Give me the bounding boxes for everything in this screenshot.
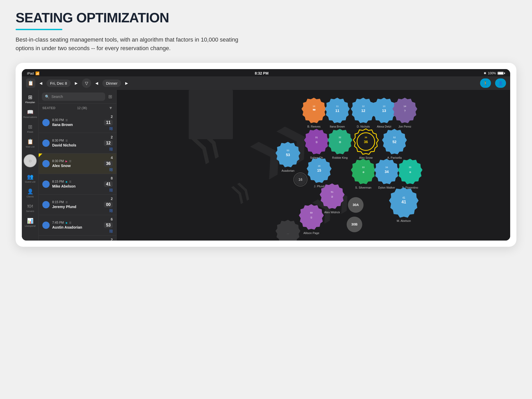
page-title: SEATING OPTIMIZATION	[16, 10, 516, 25]
svg-text:41: 41	[402, 200, 406, 204]
res-party-david: 2	[111, 135, 113, 139]
walk-in-icon: 🚶	[483, 81, 488, 86]
svg-text:41: 41	[402, 196, 405, 199]
floor-plan-svg: ❯❯ ❯❯ 10 🍽 B. Reeves	[117, 90, 510, 241]
svg-text:32: 32	[338, 136, 341, 139]
nav-date-control[interactable]: Fri, Dec 8	[46, 79, 71, 87]
svg-text:①: ①	[310, 216, 312, 219]
nav-meal: Dinner	[106, 81, 117, 85]
res-right-ilana: 2 11 ⛓	[104, 115, 113, 131]
res-time-austin: 7:45 PM	[52, 221, 64, 224]
left-panel: 🔍 Search ⊞ SEATED 12 (36) ▼	[39, 90, 117, 241]
res-right-jeremy: 2 00 ⛓	[104, 197, 113, 213]
fp-table-30a: 30A	[348, 197, 364, 213]
nav-meal-prev-arrow[interactable]: ◀	[94, 81, 99, 85]
sidebar-item-servers[interactable]: 🍽 Servers	[23, 201, 37, 215]
res-item-jeremy-pfund[interactable]: 8:15 PM ☰ Jeremy Pfund 2 00 ⛓	[39, 195, 116, 215]
guestlist-icon: 👥	[27, 174, 34, 180]
svg-text:②: ②	[331, 195, 333, 198]
note-icon-austin: ☰	[69, 221, 71, 224]
nav-logo[interactable]: 📋	[26, 78, 35, 88]
res-table-jeremy: 00	[104, 202, 113, 208]
res-time-david: 8:30 PM	[52, 139, 64, 142]
main-content: ⊞ Floorplan 📖 Reservations ⊞ Flows 📋 Wai…	[22, 90, 510, 241]
res-info-david: 8:30 PM ☰ David Nichols	[52, 139, 101, 148]
fp-table-11: 11 11 Ilana Brown	[325, 98, 350, 128]
tag-icon-austin: ◆	[65, 221, 68, 224]
svg-marker-79	[276, 220, 301, 241]
res-item-ilana-brown[interactable]: 8:30 PM ☰ Ilana Brown 2 11 ⛓	[39, 112, 116, 133]
res-item-joel-montaniel[interactable]: 7:45 PM ☰ Joel Montaniel 2 18 ⛓	[39, 236, 116, 241]
sidebar-item-floorplan[interactable]: ⊞ Floorplan	[23, 92, 37, 106]
battery-percent: 100%	[488, 71, 496, 75]
nav-prev-arrow[interactable]: ◀	[38, 81, 43, 85]
fp-table-13: 13 13 Alexa Detzi	[372, 98, 397, 128]
svg-text:33: 33	[362, 166, 364, 169]
status-time: 8:32 PM	[255, 71, 269, 75]
res-dot-ilana	[42, 119, 50, 126]
search-icon: 🔍	[45, 95, 49, 99]
sidebar-label-clients: Clients	[26, 195, 34, 198]
fp-table-30b: 30B	[347, 217, 362, 232]
sidebar-item-livespend[interactable]: 📊 Livespend	[23, 216, 37, 229]
fp-table-36: 36 36 Alex Snow	[354, 129, 378, 159]
res-item-alex-snow[interactable]: 8:30 PM ▶ ☰ Alex Snow 4 36 ⛓	[39, 154, 116, 174]
filter-icon-btn[interactable]: ⊞	[107, 93, 113, 101]
nav-meal-next-arrow[interactable]: ▶	[124, 81, 129, 85]
status-right: ✱ 100%	[484, 71, 505, 75]
battery-tip	[504, 72, 505, 74]
sidebar-item-clients[interactable]: 👤 Clients	[23, 186, 37, 200]
svg-text:15: 15	[317, 168, 321, 172]
res-right-austin: 6 53 ⛓	[104, 217, 113, 233]
sidebar-item-guestlist[interactable]: 👥 Guest List	[23, 171, 37, 185]
svg-text:⊕: ⊕	[409, 171, 411, 174]
res-item-david-nichols[interactable]: 8:30 PM ☰ David Nichols 2 12 ⛓	[39, 133, 116, 154]
link-icon-mike: ⛓	[109, 188, 113, 192]
fp-table-16: 16	[294, 173, 307, 186]
guest-btn[interactable]: 👤	[495, 78, 506, 88]
search-placeholder: Search	[51, 95, 63, 99]
svg-text:...: ...	[287, 231, 289, 235]
seated-section-header[interactable]: SEATED 12 (36) ▼	[39, 104, 116, 112]
fp-table-33: 33 ⊕ S. Silverman	[351, 159, 376, 189]
waitlist-icon: 📋	[27, 138, 34, 145]
guest-icon: 👤	[498, 81, 503, 86]
res-time-mike: 8:15 PM	[52, 180, 64, 183]
search-input-container[interactable]: 🔍 Search	[42, 92, 105, 101]
battery-body	[497, 72, 504, 75]
res-right-mike: 8 41 ⛓	[104, 176, 113, 192]
sidebar-item-waitlist[interactable]: 📋 Wait List	[23, 136, 37, 150]
sidebar-item-flows[interactable]: ⊞ Flows	[23, 122, 37, 135]
fp-table-12: 12 12 D. Nichols	[351, 98, 376, 128]
page-description: Best-in-class seating management tools, …	[16, 35, 249, 52]
res-dot-david	[42, 139, 50, 147]
res-item-mike-abelson[interactable]: 8:15 PM ◆ ☰ Mike Abelson 8 41 ⛓	[39, 174, 116, 195]
svg-text:34: 34	[385, 170, 389, 174]
nav-bar: 📋 ◀ Fri, Dec 8 ▶ ▽ ◀ Dinner ▶ 🚶 👤	[22, 76, 510, 90]
title-underline	[16, 29, 62, 30]
res-time-row-david: 8:30 PM ☰	[52, 139, 101, 142]
fp-table-52: 52 52 A. Parisella	[382, 129, 407, 159]
res-time-row-ilana: 8:30 PM ☰	[52, 118, 101, 122]
device-wrapper: iPad 📶 8:32 PM ✱ 100% 📋	[16, 63, 516, 247]
res-info-ilana: 8:30 PM ☰ Ilana Brown	[52, 118, 101, 127]
res-right-david: 2 12 ⛓	[104, 135, 113, 151]
walk-in-btn[interactable]: 🚶	[480, 78, 491, 88]
nav-next-arrow[interactable]: ▶	[74, 81, 79, 85]
res-time-ilana: 8:30 PM	[52, 118, 64, 122]
res-name-austin: Austin Asadorian	[52, 225, 82, 229]
tag-icon-mike: ◆	[65, 180, 68, 183]
res-party-austin: 6	[111, 217, 113, 221]
svg-text:15: 15	[318, 165, 320, 167]
res-info-jeremy: 8:15 PM ☰ Jeremy Pfund	[52, 200, 101, 209]
sidebar-item-reservations[interactable]: 📖 Reservations	[23, 107, 37, 121]
res-name-ilana: Ilana Brown	[52, 123, 73, 127]
nav-meal-control[interactable]: Dinner	[102, 79, 121, 87]
svg-text:⚙: ⚙	[339, 141, 341, 144]
res-item-austin-asadorian[interactable]: 7:45 PM ◆ ☰ Austin Asadorian 6 53 ⛓	[39, 215, 116, 236]
res-dot-jeremy	[42, 201, 50, 208]
res-party-jeremy: 2	[111, 197, 113, 201]
nav-filter-btn[interactable]: ▽	[82, 78, 91, 88]
floor-plan[interactable]: ⟩⟩ ⟩⟩ ❯❯ ❯❯	[117, 90, 510, 241]
res-dot-mike	[42, 181, 50, 188]
